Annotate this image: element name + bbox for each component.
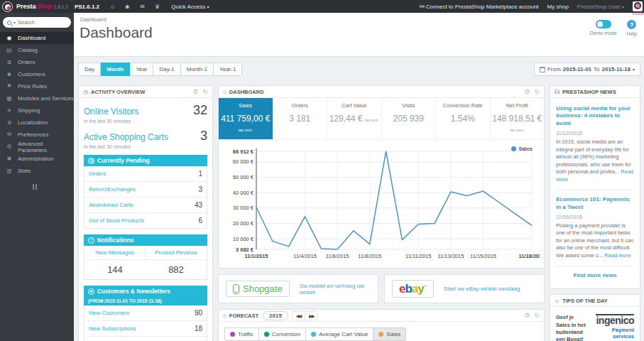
sidebar-item-label: Advanced Parameters (18, 141, 74, 153)
kpi-orders[interactable]: Orders3 181 (273, 98, 328, 139)
range-month-1-button[interactable]: Month-1 (181, 63, 214, 76)
range-day-button[interactable]: Day (78, 63, 101, 76)
rewind-icon[interactable]: ◀◀ (293, 312, 305, 320)
kpi-sales[interactable]: Sales411 759,00 € tax excl. (219, 98, 273, 139)
truck-icon: ✈ (6, 107, 13, 114)
article-title-link[interactable]: Using social media for your business: 4 … (556, 105, 634, 127)
sidebar-item-advanced-parameters[interactable]: ⚙Advanced Parameters (0, 141, 74, 153)
ebay-link[interactable]: Start uw eBay-winkel vandaag (444, 286, 520, 292)
new-customers-link[interactable]: New Customers (89, 310, 129, 316)
sidebar-item-customers[interactable]: ☻Customers (0, 68, 74, 80)
new-messages-link[interactable]: New Messages (84, 246, 146, 260)
sidebar-item-preferences[interactable]: ⚒Preferences (0, 129, 74, 141)
wrench-icon: ⚒ (6, 131, 13, 138)
ingenico-logo-text: ingenico (596, 314, 634, 326)
forecast-sales-button[interactable]: Sales (373, 328, 406, 341)
kpi-visits[interactable]: Visits205 939 (382, 98, 437, 139)
trophy-icon[interactable]: ♛ (155, 4, 160, 10)
panel-title: ACTIVITY OVERVIEW (91, 89, 145, 95)
orders-link[interactable]: Orders (89, 170, 106, 177)
search-scope-caret-icon[interactable]: ▾ (13, 20, 16, 25)
kpi-value: 129,44 € (329, 114, 363, 124)
online-visitors-link[interactable]: Online Visitors (84, 107, 138, 117)
panel-title: TIPS OF THE DAY (562, 298, 607, 304)
marketplace-link[interactable]: ⚯ Connect to PrestaShop Marketplace acco… (420, 4, 539, 10)
refresh-icon[interactable]: ↻ (534, 312, 540, 319)
chevron-down-icon: ▾ (622, 5, 624, 9)
brand-shop: Shop (36, 3, 53, 10)
sidebar-item-dashboard[interactable]: ◉Dashboard (0, 32, 74, 44)
sidebar-item-orders[interactable]: ≣Orders (0, 56, 74, 68)
forward-icon[interactable]: ▶▶ (305, 312, 317, 320)
person-icon[interactable]: ☻ (124, 4, 130, 10)
shopgate-logo[interactable]: Shopgate (226, 281, 290, 297)
find-more-news-link[interactable]: Find more news (556, 266, 634, 287)
kpi-row: Sales411 759,00 € tax excl. Orders3 181 … (219, 98, 544, 140)
sidebar-item-administration[interactable]: ✱Administration (0, 153, 74, 165)
panel-title: PRESTASHOP NEWS (562, 89, 616, 95)
avatar[interactable]: PrestaShop (633, 1, 643, 11)
active-carts-link[interactable]: Active Shopping Carts (84, 132, 168, 142)
sales-chart: Sales 66 912 €60 000 €50 000 €40 000 €30… (219, 140, 544, 268)
sidebar-collapse-button[interactable] (33, 184, 74, 190)
legend-label: Conversion (272, 331, 300, 337)
new-subscriptions-link[interactable]: New Subscriptions (89, 325, 136, 332)
range-day-1-button[interactable]: Day-1 (153, 63, 180, 76)
forecast-traffic-button[interactable]: Traffic (224, 328, 259, 341)
refresh-icon[interactable]: ↻ (534, 88, 540, 95)
gear-icon[interactable]: ⚙ (192, 88, 198, 95)
kpi-net-profit[interactable]: Net Profit148 918,51 € tax excl. (491, 98, 545, 139)
read-more-link[interactable]: Read more (604, 252, 631, 259)
sidebar-item-catalog[interactable]: ▤Catalog (0, 44, 74, 56)
sidebar-item-label: Stats (18, 168, 31, 174)
range-month-button[interactable]: Month (101, 63, 130, 76)
mail-icon[interactable]: ✉ (140, 4, 145, 10)
panel-title: FORECAST (229, 313, 258, 319)
sidebar-item-modules[interactable]: ▦Modules and Services (0, 92, 74, 104)
product-reviews-link[interactable]: Product Reviews (146, 246, 207, 260)
active-carts-value: 3 (200, 129, 207, 144)
shopgate-link[interactable]: Ga mobiel en verhoog uw omzet (300, 283, 371, 296)
ebay-logo[interactable]: ebay™ (392, 280, 434, 298)
list-item: Total Subscribers1308 (84, 337, 207, 341)
returns-link[interactable]: Return/Exchanges (89, 186, 136, 193)
chevron-down-icon: ▾ (633, 67, 635, 72)
sidebar-search[interactable]: ▾ (3, 17, 71, 28)
out-of-stock-link[interactable]: Out of Stock Products (89, 217, 144, 224)
gear-icon[interactable]: ⚙ (524, 312, 530, 319)
help-icon[interactable]: ? (627, 20, 636, 29)
trademark-symbol: ™ (424, 284, 427, 288)
sidebar-item-shipping[interactable]: ✈Shipping (0, 104, 74, 117)
range-year-1-button[interactable]: Year-1 (214, 63, 242, 76)
demo-mode-toggle[interactable] (596, 20, 611, 28)
forecast-year[interactable]: 2015 (263, 311, 288, 320)
refresh-icon[interactable]: ↻ (202, 88, 208, 95)
section-subtitle: (FROM 2015-11-01 TO 2015-11-18) (88, 298, 203, 303)
sales-dot-icon (378, 332, 383, 337)
svg-text:11/6/2015: 11/6/2015 (326, 253, 349, 259)
article-title-link[interactable]: Ecommerce 101: Payments in a Tweet (556, 196, 634, 211)
sidebar-item-stats[interactable]: ▥Stats (0, 165, 74, 177)
gear-icon[interactable]: ⚙ (524, 88, 530, 95)
kpi-conversion-rate[interactable]: Conversion Rate1.54% (436, 98, 491, 139)
prestashop-admin: PrestaShop 1.6.1.2 PS1.6.1.2 ⌂ ☻ ✉ ♛ Qui… (0, 0, 644, 341)
forecast-avg-cart-button[interactable]: Average Cart Value (305, 328, 373, 341)
my-shop-link[interactable]: My shop (547, 4, 569, 10)
kpi-label: Orders (275, 102, 326, 109)
date-range-picker[interactable]: From 2015-11-01 To 2015-11-18 ▾ (534, 63, 640, 76)
range-year-button[interactable]: Year (130, 63, 153, 76)
search-input[interactable] (18, 19, 59, 26)
user-menu[interactable]: PrestaShop User ▾ (577, 4, 624, 10)
prestashop-logo-icon[interactable] (2, 1, 13, 12)
sidebar-item-price-rules[interactable]: ⚑Price Rules (0, 80, 74, 92)
quick-access-menu[interactable]: Quick Access ▾ (171, 4, 209, 10)
kpi-label: Conversion Rate (437, 102, 489, 109)
brand-name[interactable]: PrestaShop (16, 3, 52, 10)
forecast-conversion-button[interactable]: Conversion (258, 328, 306, 341)
kpi-cart-value[interactable]: Cart Value129,44 € tax excl. (327, 98, 382, 139)
dashboard-panel: ⌂ DASHBOARD ⚙ ↻ Sales411 759,00 € tax ex… (218, 85, 545, 269)
sidebar-item-localization[interactable]: ⊕Localization (0, 117, 74, 129)
store-icon[interactable]: ⌂ (111, 4, 114, 10)
abandoned-carts-link[interactable]: Abandoned Carts (89, 202, 133, 208)
phone-icon (233, 284, 239, 294)
